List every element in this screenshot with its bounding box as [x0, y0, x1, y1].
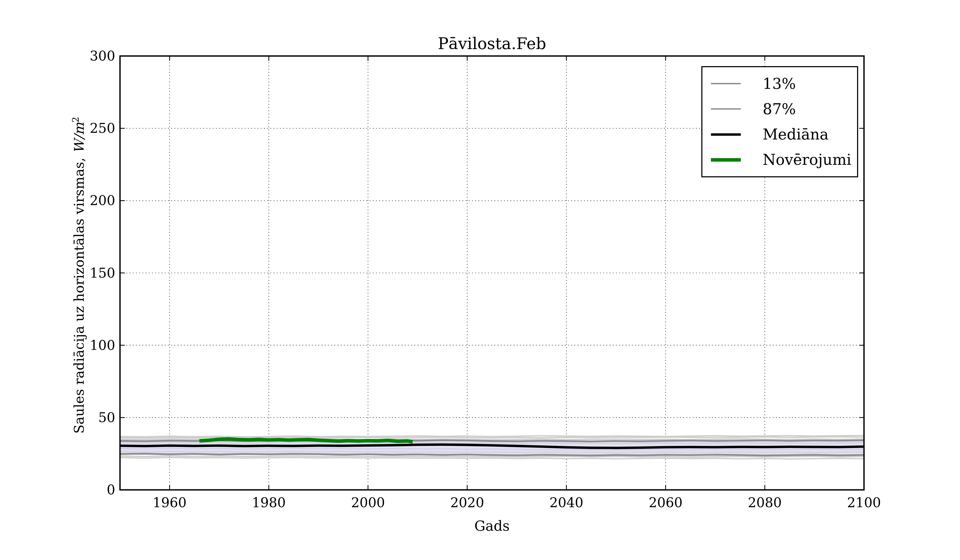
legend-line-observations-swatch — [711, 158, 741, 162]
legend-entry-13pct: 13% — [702, 72, 857, 96]
legend-label-13pct: 13% — [763, 74, 796, 93]
x-tick-label: 2080 — [733, 494, 797, 510]
legend-box: 13% 87% Mediāna Novērojumi — [701, 66, 858, 177]
y-tick-label: 300 — [67, 48, 115, 64]
legend-line-median-swatch — [711, 133, 741, 136]
legend-label-median: Mediāna — [763, 125, 829, 144]
legend-entry-median: Mediāna — [702, 122, 857, 146]
x-tick-label: 2060 — [634, 494, 698, 510]
legend-label-87pct: 87% — [763, 100, 796, 118]
x-tick-label: 2100 — [832, 494, 896, 510]
ensemble-line-ensemble-run-8 — [120, 458, 864, 459]
y-tick-label: 150 — [67, 265, 115, 281]
legend-label-observations: Novērojumi — [763, 150, 851, 169]
y-tick-label: 0 — [67, 482, 115, 498]
legend-line-13pct-swatch — [711, 83, 741, 84]
x-tick-label: 2040 — [534, 494, 598, 510]
legend-entry-87pct: 87% — [702, 97, 857, 121]
x-tick-label: 1980 — [237, 494, 301, 510]
x-tick-label: 2020 — [435, 494, 499, 510]
legend-entry-observations: Novērojumi — [702, 148, 857, 172]
x-axis-label: Gads — [412, 517, 572, 536]
y-tick-label: 250 — [67, 120, 115, 136]
y-tick-label: 200 — [67, 192, 115, 208]
figure: Pāvilosta.Feb Gads Saules radiācija uz h… — [0, 0, 960, 560]
legend-line-87pct-swatch — [711, 108, 741, 110]
x-tick-label: 2000 — [336, 494, 400, 510]
y-tick-label: 50 — [67, 410, 115, 426]
y-tick-label: 100 — [67, 338, 115, 353]
x-tick-label: 1960 — [138, 494, 202, 510]
chart-title: Pāvilosta.Feb — [385, 34, 599, 56]
